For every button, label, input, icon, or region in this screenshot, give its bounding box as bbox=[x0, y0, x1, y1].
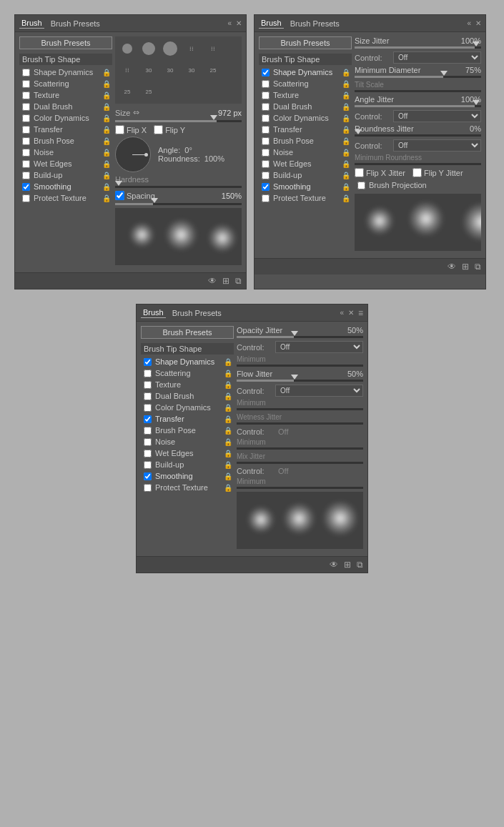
tab-brush-presets-bottom[interactable]: Brush Presets bbox=[170, 308, 224, 318]
wet-edges-cb-r[interactable] bbox=[262, 160, 270, 168]
close-icon-bottom[interactable]: ✕ bbox=[348, 309, 354, 317]
brush-swatch-5[interactable]: ⁞⁞ bbox=[203, 39, 223, 59]
eye-icon-right[interactable]: 👁 bbox=[448, 262, 456, 272]
tilt-scale-slider[interactable] bbox=[355, 90, 481, 92]
brush-swatch-3[interactable] bbox=[160, 39, 180, 59]
flow-jitter-slider[interactable] bbox=[237, 380, 363, 382]
brush-swatch-12[interactable]: 25 bbox=[139, 81, 159, 101]
collapse-icon-bottom[interactable]: « bbox=[340, 309, 344, 317]
scattering-cb-b[interactable] bbox=[144, 370, 152, 377]
build-up-cb-b[interactable] bbox=[144, 461, 152, 469]
roundness-control-select[interactable]: Off bbox=[393, 139, 481, 152]
color-dynamics-cb[interactable] bbox=[22, 114, 30, 122]
min-diameter-slider[interactable] bbox=[355, 76, 481, 78]
shape-dynamics-cb[interactable] bbox=[22, 69, 30, 76]
brush-projection-cb[interactable] bbox=[357, 182, 365, 189]
texture-cb-b[interactable] bbox=[144, 381, 152, 389]
wet-edges-cb-b[interactable] bbox=[144, 450, 152, 457]
color-dynamics-cb-r[interactable] bbox=[262, 114, 270, 122]
menu-icon-bottom[interactable]: ≡ bbox=[358, 308, 363, 318]
opacity-jitter-slider[interactable] bbox=[237, 336, 363, 338]
opacity-min-slider[interactable] bbox=[237, 365, 363, 367]
brush-swatch-11[interactable]: 25 bbox=[117, 81, 137, 101]
flow-min-slider[interactable] bbox=[237, 408, 363, 410]
brush-swatch-10[interactable]: 25 bbox=[203, 60, 223, 80]
window-icon-left[interactable]: ⧉ bbox=[235, 276, 242, 286]
tab-brush-right[interactable]: Brush bbox=[259, 18, 284, 29]
shape-dynamics-cb-r[interactable] bbox=[262, 69, 270, 76]
flip-y-check[interactable] bbox=[154, 125, 163, 134]
window-icon-bottom[interactable]: ⧉ bbox=[357, 560, 363, 570]
angle-jitter-slider[interactable] bbox=[355, 105, 481, 107]
grid-icon-left[interactable]: ⊞ bbox=[222, 276, 229, 286]
wetness-slider[interactable] bbox=[237, 422, 363, 425]
hardness-slider[interactable] bbox=[115, 186, 242, 188]
color-dynamics-cb-b[interactable] bbox=[144, 404, 152, 412]
spacing-slider[interactable] bbox=[115, 203, 242, 205]
brush-swatch-7[interactable]: 30 bbox=[139, 60, 159, 80]
roundness-jitter-slider[interactable] bbox=[355, 134, 481, 137]
texture-cb-r[interactable] bbox=[262, 91, 270, 99]
opacity-control-select[interactable]: Off bbox=[275, 341, 363, 353]
scattering-cb-r[interactable] bbox=[262, 80, 270, 88]
noise-cb-b[interactable] bbox=[144, 438, 152, 446]
angle-dial[interactable] bbox=[115, 137, 151, 172]
build-up-cb-r[interactable] bbox=[262, 172, 270, 179]
angle-control-select[interactable]: Off bbox=[393, 110, 481, 122]
brush-swatch-6[interactable]: ⁞⁞ bbox=[117, 60, 137, 80]
brush-pose-cb[interactable] bbox=[22, 137, 30, 145]
transfer-cb-r[interactable] bbox=[262, 126, 270, 134]
dual-brush-cb-b[interactable] bbox=[144, 392, 152, 400]
wet-edges-cb[interactable] bbox=[22, 160, 30, 168]
transfer-cb-b[interactable] bbox=[144, 415, 152, 423]
smoothing-cb-b[interactable] bbox=[144, 472, 152, 480]
size-slider[interactable] bbox=[115, 120, 242, 122]
window-icon-right[interactable]: ⧉ bbox=[475, 262, 481, 272]
noise-cb[interactable] bbox=[22, 149, 30, 157]
grid-icon-bottom[interactable]: ⊞ bbox=[344, 560, 351, 570]
grid-icon-right[interactable]: ⊞ bbox=[462, 262, 469, 272]
brush-pose-cb-r[interactable] bbox=[262, 137, 270, 145]
eye-icon-left[interactable]: 👁 bbox=[208, 276, 217, 286]
tab-brush-bottom[interactable]: Brush bbox=[141, 307, 166, 318]
smoothing-cb[interactable] bbox=[22, 183, 30, 191]
flip-x-jitter-check[interactable] bbox=[355, 168, 364, 177]
protect-texture-cb-b[interactable] bbox=[144, 484, 152, 492]
mix-slider[interactable] bbox=[237, 462, 363, 464]
brush-swatch-4[interactable]: ⁞⁞ bbox=[182, 39, 202, 59]
dual-brush-cb-r[interactable] bbox=[262, 103, 270, 111]
close-icon-right[interactable]: ✕ bbox=[475, 19, 481, 27]
flip-y-jitter-check[interactable] bbox=[412, 168, 422, 177]
flow-control-select[interactable]: Off bbox=[275, 385, 363, 397]
brush-presets-button-left[interactable]: Brush Presets bbox=[19, 36, 112, 49]
collapse-icon-left[interactable]: « bbox=[227, 19, 232, 27]
collapse-icon-right[interactable]: « bbox=[467, 19, 471, 27]
size-jitter-slider[interactable] bbox=[355, 46, 481, 49]
spacing-check[interactable] bbox=[115, 191, 124, 200]
tab-brush-presets-left[interactable]: Brush Presets bbox=[49, 19, 102, 29]
build-up-cb[interactable] bbox=[22, 172, 30, 179]
transfer-cb[interactable] bbox=[22, 126, 30, 134]
protect-texture-cb-r[interactable] bbox=[262, 194, 270, 202]
brush-presets-button-right[interactable]: Brush Presets bbox=[259, 36, 352, 49]
brush-swatch-9[interactable]: 30 bbox=[182, 60, 202, 80]
tab-brush-presets-right[interactable]: Brush Presets bbox=[288, 19, 342, 29]
close-icon-left[interactable]: ✕ bbox=[236, 19, 242, 27]
flip-x-check[interactable] bbox=[115, 125, 124, 134]
protect-texture-cb[interactable] bbox=[22, 194, 30, 202]
texture-cb[interactable] bbox=[22, 91, 30, 99]
smoothing-cb-r[interactable] bbox=[262, 183, 270, 191]
shape-dynamics-cb-b[interactable] bbox=[144, 358, 152, 366]
brush-swatch-8[interactable]: 30 bbox=[160, 60, 180, 80]
brush-swatch-2[interactable] bbox=[139, 39, 159, 59]
brush-presets-button-bottom[interactable]: Brush Presets bbox=[141, 326, 234, 339]
wetness-min-slider[interactable] bbox=[237, 447, 363, 450]
dual-brush-cb[interactable] bbox=[22, 103, 30, 111]
noise-cb-r[interactable] bbox=[262, 149, 270, 157]
brush-swatch-1[interactable] bbox=[117, 39, 137, 59]
mix-min-slider[interactable] bbox=[237, 487, 363, 489]
scattering-cb[interactable] bbox=[22, 80, 30, 88]
brush-pose-cb-b[interactable] bbox=[144, 427, 152, 435]
tab-brush-left[interactable]: Brush bbox=[19, 18, 44, 29]
min-roundness-slider[interactable] bbox=[355, 163, 481, 165]
